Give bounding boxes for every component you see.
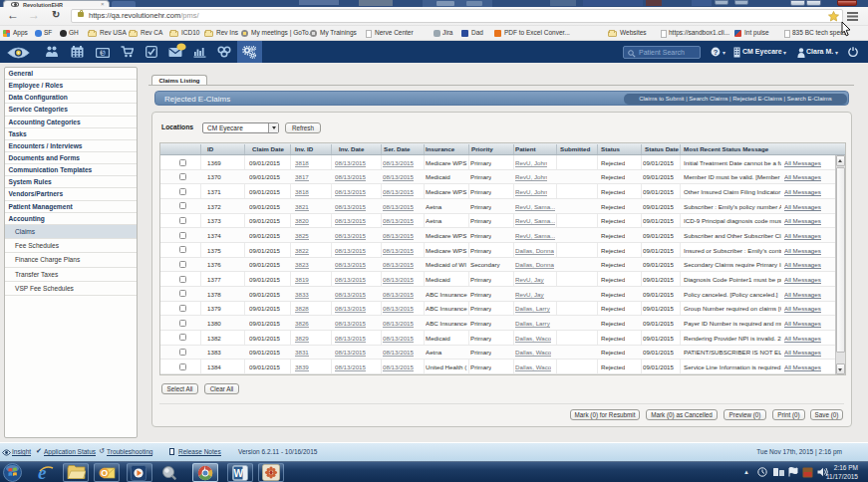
svg-text:W: W xyxy=(234,468,244,479)
svg-text:e: e xyxy=(38,464,47,481)
svg-text:?: ? xyxy=(714,48,719,57)
svg-text:O: O xyxy=(101,468,108,478)
svg-text:$: $ xyxy=(101,49,105,57)
